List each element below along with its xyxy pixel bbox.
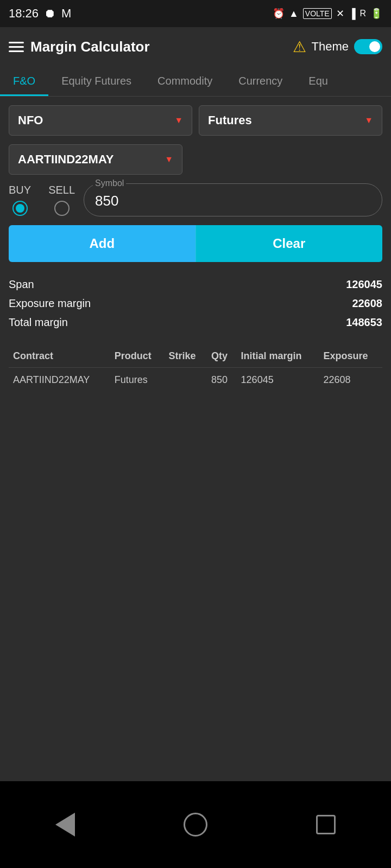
status-bar: 18:26 ⏺ M ⏰ ▲ VOLTE ✕ ▐ R 🔋 — [0, 0, 391, 27]
alarm-icon: ⏰ — [273, 8, 285, 20]
cell-exposure: 22608 — [319, 368, 382, 393]
col-strike: Strike — [165, 345, 207, 368]
symbol-dropdown-arrow-icon: ▼ — [165, 155, 173, 164]
battery-icon: 🔋 — [370, 8, 382, 20]
symbol-dropdown-value: AARTIIND22MAY — [18, 152, 113, 167]
span-row: Span 126045 — [9, 275, 382, 294]
col-exposure: Exposure — [319, 345, 382, 368]
sell-radio[interactable]: SELL — [48, 184, 75, 216]
r-icon: R — [360, 9, 366, 18]
total-row: Total margin 148653 — [9, 313, 382, 332]
cell-strike — [165, 368, 207, 393]
recents-icon — [316, 815, 336, 834]
wifi-icon: ▲ — [289, 8, 299, 20]
exchange-product-row: NFO ▼ Futures ▼ — [9, 105, 382, 136]
col-product: Product — [110, 345, 165, 368]
tab-equity[interactable]: Equ — [295, 66, 341, 96]
exposure-value: 22608 — [352, 297, 382, 310]
tab-fno[interactable]: F&O — [0, 66, 48, 96]
home-button[interactable] — [179, 808, 212, 841]
tab-bar: F&O Equity Futures Commodity Currency Eq… — [0, 66, 391, 97]
clear-button[interactable]: Clear — [195, 225, 383, 262]
total-value: 148653 — [346, 316, 382, 329]
table-row: AARTIIND22MAY Futures 850 126045 22608 — [9, 368, 382, 393]
signal-icon: ✕ — [336, 8, 344, 20]
exchange-dropdown[interactable]: NFO ▼ — [9, 105, 192, 136]
col-contract: Contract — [9, 345, 110, 368]
product-value: Futures — [208, 113, 252, 127]
menu-button[interactable] — [9, 42, 24, 52]
main-content: NFO ▼ Futures ▼ AARTIIND22MAY ▼ BUY SELL — [0, 97, 391, 781]
total-label: Total margin — [9, 316, 68, 329]
symbol-input-field[interactable]: Symbol 850 — [84, 183, 382, 216]
add-button[interactable]: Add — [9, 225, 195, 262]
radio-group: BUY SELL — [9, 184, 75, 216]
exposure-label: Exposure margin — [9, 297, 91, 310]
sell-label: SELL — [48, 184, 75, 196]
cell-product: Futures — [110, 368, 165, 393]
symbol-field-value: 850 — [95, 190, 371, 209]
tab-equity-futures[interactable]: Equity Futures — [48, 66, 144, 96]
theme-label: Theme — [312, 40, 349, 54]
product-dropdown[interactable]: Futures ▼ — [199, 105, 382, 136]
table-header: Contract Product Strike Qty Initial marg… — [9, 345, 382, 368]
action-buttons: Add Clear — [9, 225, 382, 262]
span-label: Span — [9, 278, 34, 291]
warning-icon: ⚠ — [293, 38, 306, 56]
app-header: Margin Calculator ⚠ Theme — [0, 27, 391, 66]
col-qty: Qty — [207, 345, 237, 368]
page-title: Margin Calculator — [30, 39, 286, 55]
product-arrow-icon: ▼ — [364, 116, 373, 125]
exchange-arrow-icon: ▼ — [174, 116, 183, 125]
recents-button[interactable] — [310, 808, 342, 841]
back-icon — [55, 813, 75, 837]
span-value: 126045 — [346, 278, 382, 291]
buy-sell-container: BUY SELL — [9, 184, 75, 216]
buy-label: BUY — [9, 184, 31, 196]
circle-icon: ⏺ — [44, 7, 56, 21]
buy-radio-outer[interactable] — [12, 201, 28, 216]
buy-sell-symbol-row: BUY SELL Symbol 850 — [9, 183, 382, 216]
tab-currency[interactable]: Currency — [225, 66, 295, 96]
sell-radio-outer[interactable] — [54, 201, 70, 216]
tab-commodity[interactable]: Commodity — [144, 66, 225, 96]
signal2-icon: ▐ — [349, 8, 356, 20]
home-icon — [184, 813, 207, 837]
theme-toggle[interactable] — [354, 39, 382, 54]
exposure-row: Exposure margin 22608 — [9, 294, 382, 313]
cell-qty: 850 — [207, 368, 237, 393]
symbol-field-label: Symbol — [93, 178, 126, 188]
buy-radio[interactable]: BUY — [9, 184, 31, 216]
margin-summary: Span 126045 Exposure margin 22608 Total … — [9, 271, 382, 336]
header-right: ⚠ Theme — [293, 38, 382, 56]
exchange-value: NFO — [18, 113, 43, 127]
mail-icon: M — [61, 7, 71, 21]
buy-radio-inner — [16, 204, 24, 213]
volte-icon: VOLTE — [303, 8, 332, 19]
table-body: AARTIIND22MAY Futures 850 126045 22608 — [9, 368, 382, 393]
back-button[interactable] — [49, 808, 81, 841]
cell-contract: AARTIIND22MAY — [9, 368, 110, 393]
bottom-nav — [0, 781, 391, 868]
data-table: Contract Product Strike Qty Initial marg… — [9, 345, 382, 392]
cell-initial-margin: 126045 — [237, 368, 319, 393]
symbol-dropdown[interactable]: AARTIIND22MAY ▼ — [9, 144, 182, 175]
data-table-container: Contract Product Strike Qty Initial marg… — [9, 345, 382, 392]
col-initial-margin: Initial margin — [237, 345, 319, 368]
time-display: 18:26 — [9, 7, 39, 21]
